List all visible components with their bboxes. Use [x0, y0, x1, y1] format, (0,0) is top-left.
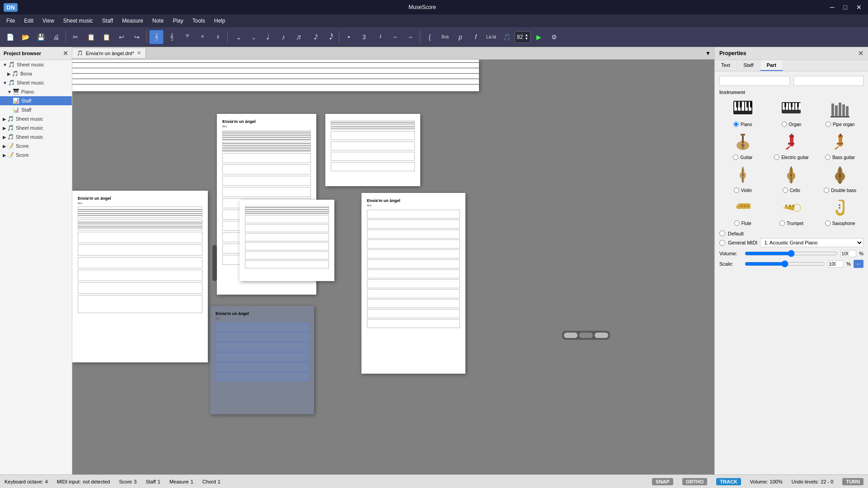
prop-field-2[interactable] — [793, 76, 864, 86]
sidebar-item-sheetmusic-5[interactable]: ▶ 🎵 Sheet music — [0, 132, 72, 141]
guitar-radio[interactable] — [733, 155, 738, 160]
minimize-button[interactable]: ─ — [827, 3, 837, 12]
thirty-second-note[interactable]: 𝅘𝅥𝅯 — [307, 30, 321, 44]
prop-close-button[interactable]: ✕ — [858, 50, 863, 57]
trumpet-radio[interactable] — [779, 221, 785, 226]
brace-button[interactable]: { — [422, 30, 437, 44]
ortho-badge[interactable]: ORTHO — [682, 478, 708, 485]
text-button[interactable]: La-la — [484, 30, 498, 44]
default-radio[interactable] — [719, 230, 725, 236]
menu-play[interactable]: Play — [168, 16, 188, 26]
instrument-saxophone[interactable]: Saxophone — [816, 197, 863, 226]
sixty-fourth-note[interactable]: 𝅘𝅥𝅰 — [322, 30, 337, 44]
sidebar-item-score-1[interactable]: ▶ 📝 Score — [0, 141, 72, 150]
sidebar-item-piano[interactable]: ▼ 🎹 Piano — [0, 87, 72, 96]
cello-radio[interactable] — [783, 188, 788, 193]
menu-staff[interactable]: Staff — [98, 16, 117, 26]
triplet-button[interactable]: 3 — [357, 30, 371, 44]
sidebar-item-staff-2[interactable]: 📊 Staff — [0, 105, 72, 114]
electric-guitar-radio[interactable] — [774, 155, 779, 160]
dot-button[interactable]: • — [342, 30, 356, 44]
menu-view[interactable]: View — [38, 16, 59, 26]
dynamic-f-button[interactable]: f — [469, 30, 483, 44]
menu-measure[interactable]: Measure — [117, 16, 148, 26]
sidebar-item-score-2[interactable]: ▶ 📝 Score — [0, 150, 72, 160]
saxophone-radio[interactable] — [825, 221, 830, 226]
violin-radio[interactable] — [734, 188, 739, 193]
snap-badge[interactable]: SNAP — [652, 478, 673, 485]
print-button[interactable]: 🖨 — [49, 30, 63, 44]
instrument-double-bass[interactable]: Double bass — [816, 164, 863, 193]
prop-tab-text[interactable]: Text — [715, 60, 737, 71]
sidebar-item-sheetmusic-2[interactable]: ▼ 🎵 Sheet music — [0, 78, 72, 87]
metronome-button[interactable]: 🎵 — [499, 30, 514, 44]
tab-dropdown[interactable]: ▼ — [702, 50, 714, 56]
play-button[interactable]: ▶ — [531, 30, 546, 44]
menu-tools[interactable]: Tools — [188, 16, 210, 26]
menu-sheet-music[interactable]: Sheet music — [59, 16, 98, 26]
instrument-trumpet[interactable]: Trumpet — [768, 197, 815, 226]
organ-radio[interactable] — [782, 122, 787, 127]
bass-guitar-radio[interactable] — [825, 155, 830, 160]
slur-button[interactable]: ⌣ — [403, 30, 418, 44]
piano-radio[interactable] — [733, 122, 739, 127]
half-note[interactable]: 𝅗 — [245, 30, 260, 44]
undo-button[interactable]: ↩ — [114, 30, 129, 44]
menu-file[interactable]: File — [2, 16, 19, 26]
cut-button[interactable]: ✂ — [68, 30, 83, 44]
pipe-organ-radio[interactable] — [826, 122, 831, 127]
sidebar-item-bona[interactable]: ▶ 🎵 Bona — [0, 69, 72, 78]
scroll-thumb-3[interactable] — [595, 333, 608, 338]
paste-button[interactable]: 📋 — [99, 30, 113, 44]
time-sig-button[interactable]: 𝄴 — [195, 30, 210, 44]
midi-select[interactable]: 1. Acoustic Grand Piano 2. Bright Acoust… — [760, 238, 863, 247]
scroll-thumb[interactable] — [564, 333, 577, 338]
copy-button[interactable]: 📋 — [84, 30, 98, 44]
track-badge[interactable]: TRACK — [716, 478, 741, 485]
ottava-button[interactable]: 8va — [438, 30, 452, 44]
new-button[interactable]: 📄 — [3, 30, 17, 44]
whole-note[interactable]: 𝅝 — [230, 30, 244, 44]
instrument-bass-guitar[interactable]: Bass guitar — [816, 131, 863, 160]
bass-button[interactable]: 𝄢 — [180, 30, 194, 44]
volume-value[interactable] — [840, 250, 856, 257]
menu-edit[interactable]: Edit — [19, 16, 38, 26]
prop-tab-part[interactable]: Part — [760, 60, 783, 71]
double-bass-radio[interactable] — [824, 188, 829, 193]
sidebar-item-sheetmusic-4[interactable]: ▶ 🎵 Sheet music — [0, 123, 72, 132]
general-midi-radio[interactable] — [719, 240, 725, 246]
instrument-violin[interactable]: Violin — [719, 164, 766, 193]
instrument-guitar[interactable]: Guitar — [719, 131, 766, 160]
maximize-button[interactable]: □ — [841, 3, 850, 12]
settings-button[interactable]: ⚙ — [547, 30, 561, 44]
redo-button[interactable]: ↪ — [130, 30, 144, 44]
open-button[interactable]: 📂 — [18, 30, 33, 44]
tempo-down[interactable]: ▼ — [525, 37, 528, 41]
menu-note[interactable]: Note — [148, 16, 168, 26]
treble-button[interactable]: 𝄞 — [164, 30, 179, 44]
instrument-piano[interactable]: Piano — [719, 98, 766, 127]
prop-field-1[interactable] — [719, 76, 790, 86]
instrument-cello[interactable]: Cello — [768, 164, 815, 193]
tie-button[interactable]: ⌢ — [388, 30, 402, 44]
tab-close-button[interactable]: ✕ — [137, 50, 141, 56]
dynamic-p-button[interactable]: p — [453, 30, 468, 44]
key-sig-button[interactable]: ♯ — [211, 30, 225, 44]
prop-tab-staff[interactable]: Staff — [737, 60, 760, 71]
eighth-note[interactable]: ♪ — [276, 30, 291, 44]
scale-value[interactable] — [828, 260, 844, 267]
sidebar-item-staff-1[interactable]: 📊 Staff — [0, 96, 72, 105]
instrument-electric-guitar[interactable]: Electric guitar — [768, 131, 815, 160]
sixteenth-note[interactable]: ♬ — [291, 30, 306, 44]
instrument-flute[interactable]: Flute — [719, 197, 766, 226]
turn-badge[interactable]: TURN — [842, 478, 863, 485]
close-button[interactable]: ✕ — [854, 3, 864, 12]
sidebar-item-sheetmusic-1[interactable]: ▼ 🎵 Sheet music — [0, 60, 72, 69]
rest-button[interactable]: 𝄽 — [372, 30, 387, 44]
sidebar-item-sheetmusic-3[interactable]: ▶ 🎵 Sheet music — [0, 114, 72, 123]
canvas-scroll[interactable]: Envia'm un àngel liev — [72, 60, 714, 474]
quarter-note[interactable]: ♩ — [261, 30, 275, 44]
scroll-thumb-2[interactable] — [579, 333, 593, 338]
volume-slider[interactable] — [745, 250, 838, 257]
mini-scrollbar[interactable] — [212, 245, 217, 281]
